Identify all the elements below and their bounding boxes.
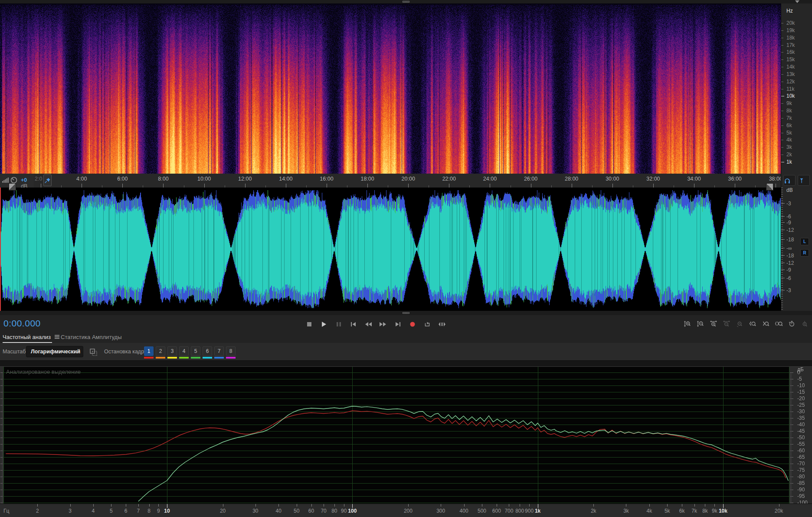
zoom-out-point-button[interactable]: [761, 318, 770, 329]
zoom-reset-button[interactable]: [735, 318, 744, 329]
db-ruler-label: -75: [797, 468, 805, 473]
hold-button-6[interactable]: 6: [203, 346, 212, 359]
frequency-ruler-tick: [781, 118, 783, 119]
timeline-tick: [653, 184, 654, 188]
channel-badge-r[interactable]: R: [800, 249, 809, 257]
frequency-axis-tick: [694, 504, 695, 507]
frequency-axis-label: 20k: [775, 508, 783, 514]
panel-resize-handle-right[interactable]: [766, 183, 773, 191]
frequency-ruler-unit: Hz: [786, 8, 793, 13]
db-ruler-label: -5: [797, 376, 802, 382]
playhead[interactable]: [0, 188, 1, 311]
hold-button-2[interactable]: 2: [156, 346, 165, 359]
rewind-button[interactable]: [363, 317, 374, 329]
amplitude-ruler-tick: [781, 222, 785, 223]
timeline-label: 10:00: [197, 176, 211, 182]
frequency-ruler-tick: [781, 74, 783, 75]
hold-button-5[interactable]: 5: [191, 346, 200, 359]
hold-button-3[interactable]: 3: [167, 346, 177, 359]
timecode-display[interactable]: 0:00.000: [3, 318, 41, 329]
frequency-ruler-label: 11k: [786, 86, 794, 92]
frequency-axis-unit: Гц: [3, 508, 9, 514]
frequency-analysis-plot[interactable]: [0, 366, 812, 504]
zoom-out-vertical-button[interactable]: [696, 318, 705, 329]
channel-badge-l[interactable]: L: [800, 238, 809, 245]
db-ruler-label: -35: [797, 415, 805, 421]
snapshot-button[interactable]: [88, 347, 99, 357]
frequency-axis-tick: [509, 504, 509, 507]
amplitude-ruler-label: -18: [786, 253, 794, 258]
hold-button-8[interactable]: 8: [226, 346, 236, 359]
panel-tabs: Частотный анализ Статистика Амплитуды: [0, 333, 812, 343]
frequency-axis-label: 700: [504, 508, 513, 514]
tab-label: Частотный анализ: [3, 334, 51, 340]
frequency-axis-label: 40: [276, 508, 282, 514]
amplitude-ruler-label: -18: [786, 237, 794, 242]
pause-button[interactable]: [333, 317, 344, 329]
tab-frequency-analysis[interactable]: Частотный анализ: [3, 334, 60, 340]
amplitude-ruler[interactable]: dB-3-6-9-12-18-∞-18-12-9-6-3LR: [781, 188, 812, 311]
hold-button-color: [156, 357, 165, 359]
timeline-tick: [82, 184, 82, 188]
timeline-tick: [694, 184, 694, 188]
amplitude-ruler-label: -3: [786, 201, 791, 206]
zoom-full-button[interactable]: [800, 318, 809, 329]
hold-button-number: 7: [214, 346, 224, 356]
frequency-ruler[interactable]: Hz20k19k18k17k16k15k14k13k12k11k10k9k8k7…: [781, 3, 812, 174]
amplitude-ruler-label: -9: [786, 220, 791, 225]
timeline-label: 30:00: [606, 176, 619, 182]
db-ruler-label: -45: [797, 428, 805, 434]
amplitude-ruler-tick: [781, 270, 785, 270]
frequency-ruler-label: 13k: [786, 72, 795, 77]
timeline-ruler[interactable]: 2:0 4:006:008:0010:0012:0014:0016:0018:0…: [0, 174, 781, 188]
frequency-ruler-label: 10k: [786, 93, 795, 99]
frequency-axis-label: 800: [515, 508, 524, 514]
amplitude-ruler-tick: [781, 216, 785, 217]
panel-menu-icon[interactable]: [54, 334, 60, 339]
play-button[interactable]: [318, 317, 330, 329]
spectral-frequency-display[interactable]: [0, 3, 781, 174]
skip-to-end-button[interactable]: [392, 317, 403, 329]
frequency-axis-label: 10: [164, 508, 170, 514]
amplitude-ruler-label: -12: [786, 227, 794, 233]
zoom-in-point-button[interactable]: [748, 318, 757, 329]
frequency-axis-label: 400: [460, 508, 468, 514]
timeline-tick: [327, 184, 327, 188]
frequency-axis-label: 7k: [691, 508, 697, 514]
hold-button-7[interactable]: 7: [214, 346, 224, 359]
frequency-axis-tick: [344, 504, 344, 507]
marker-button[interactable]: [798, 175, 810, 186]
loop-playback-button[interactable]: [422, 317, 433, 329]
skip-selection-button[interactable]: [436, 317, 448, 329]
zoom-in-horizontal-button[interactable]: [709, 318, 718, 329]
chevron-down-icon: [75, 350, 79, 354]
hold-button-1[interactable]: 1: [144, 346, 154, 359]
pin-button[interactable]: [43, 175, 52, 186]
waveform-display[interactable]: [0, 188, 781, 311]
timeline-tick: [286, 184, 286, 188]
skip-to-start-button[interactable]: [348, 317, 359, 329]
stop-button[interactable]: [304, 317, 315, 329]
frequency-axis-tick: [682, 504, 682, 507]
zoom-out-horizontal-button[interactable]: [722, 318, 731, 329]
db-ruler-label: 0: [797, 370, 800, 375]
hold-button-4[interactable]: 4: [179, 346, 189, 359]
db-ruler-label: -30: [797, 409, 805, 414]
tab-amplitude-statistics[interactable]: Статистика Амплитуды: [61, 334, 121, 340]
zoom-selection-button[interactable]: [774, 318, 783, 329]
collapse-triangle-icon[interactable]: [795, 0, 799, 3]
fast-forward-button[interactable]: [377, 317, 389, 329]
frequency-ruler-tick: [781, 82, 783, 82]
zoom-in-vertical-button[interactable]: [683, 318, 692, 329]
record-button[interactable]: [407, 317, 418, 329]
db-ruler-label: -40: [797, 422, 805, 427]
frequency-axis-tick: [93, 504, 94, 507]
panel-resize-handle-left[interactable]: [9, 183, 16, 191]
frequency-ruler-label: 18k: [786, 35, 795, 40]
headphones-button[interactable]: [783, 175, 796, 186]
frequency-axis-tick: [626, 504, 626, 507]
hold-button-color: [144, 357, 154, 359]
scale-dropdown[interactable]: Логарифмический: [26, 346, 83, 357]
frequency-axis-label: 3: [69, 508, 72, 514]
zoom-timer-button[interactable]: [787, 318, 796, 329]
